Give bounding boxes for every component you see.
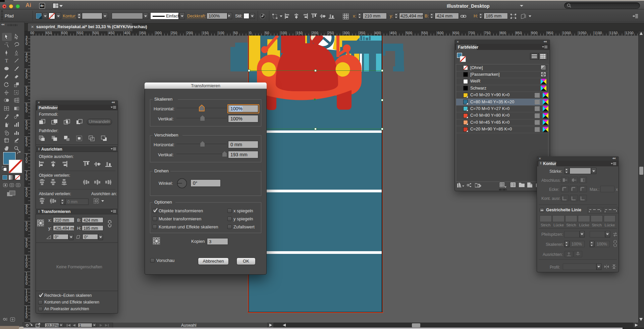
svg-text:T: T — [5, 58, 8, 63]
